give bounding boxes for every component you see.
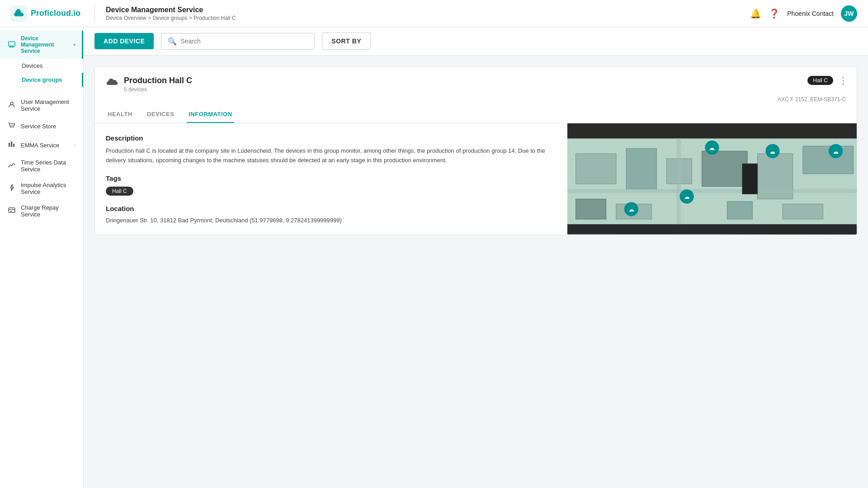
svg-text:☁: ☁ (709, 145, 715, 151)
sidebar-sub-devices[interactable]: Devices (0, 59, 83, 73)
location-text: Dringenauer Str. 10, 31812 Bad Pyrmont, … (106, 217, 557, 224)
sidebar-item-emma[interactable]: EMMA Service › (0, 136, 83, 155)
user-avatar[interactable]: JW (841, 5, 857, 22)
sidebar-label-user-management: User Management Service (21, 99, 76, 112)
card-top-right: Hall C ⋮ (807, 76, 848, 85)
svg-rect-22 (567, 189, 857, 193)
svg-text:☁: ☁ (833, 148, 839, 155)
sidebar-label-impulse: Impulse Analytics Service (21, 182, 76, 195)
card-map-section: ☁ ☁ ☁ ☁ ☁ (567, 123, 857, 235)
sidebar-main-section: Device Management Service ▾ Devices Devi… (0, 27, 83, 90)
main-content: ADD DEVICE 🔍 SORT BY Production Ha (84, 27, 868, 488)
svg-rect-21 (783, 204, 823, 219)
sidebar-label-time-series: Time Series Data Service (21, 159, 76, 173)
breadcrumb: Device Overview > Device groups > Produc… (106, 15, 750, 21)
card-title: Production Hall C (124, 76, 846, 85)
card-title-area: Production Hall C 5 devices (124, 76, 846, 93)
impulse-icon (7, 183, 16, 193)
emma-icon (7, 140, 16, 150)
svg-rect-7 (13, 144, 14, 147)
card-info-section: Description Production hall C is located… (95, 123, 567, 235)
svg-rect-17 (803, 146, 854, 174)
svg-rect-20 (727, 202, 752, 219)
sidebar-item-charge-repay[interactable]: Charge Repay Service (0, 200, 83, 222)
sidebar-item-time-series[interactable]: Time Series Data Service (0, 155, 83, 177)
card-cloud-icon (106, 77, 118, 89)
user-management-icon (7, 100, 16, 110)
time-series-icon (7, 161, 16, 171)
help-button[interactable]: ❓ (769, 8, 780, 19)
sidebar-label-charge-repay: Charge Repay Service (21, 204, 76, 218)
map-svg: ☁ ☁ ☁ ☁ ☁ (567, 123, 857, 235)
service-store-icon (7, 121, 16, 131)
sidebar-label-service-store: Service Store (21, 123, 76, 130)
svg-rect-13 (626, 149, 656, 189)
tab-devices[interactable]: DEVICES (145, 106, 176, 123)
card-tag-badge: Hall C (807, 76, 833, 85)
svg-rect-6 (11, 141, 12, 147)
card-body: Description Production hall C is located… (95, 123, 857, 235)
service-title-area: Device Management Service Device Overvie… (94, 6, 750, 21)
description-text: Production hall C is located at the comp… (106, 146, 557, 165)
sidebar-sub-device-groups[interactable]: Device groups (0, 73, 83, 87)
add-device-button[interactable]: ADD DEVICE (94, 33, 154, 49)
tag-item: Hall C (106, 187, 133, 196)
tab-information[interactable]: INFORMATION (187, 106, 234, 123)
svg-text:☁: ☁ (628, 206, 634, 213)
card-header: Production Hall C 5 devices Hall C ⋮ (95, 67, 857, 96)
svg-rect-24 (742, 164, 757, 194)
location-label: Location (106, 205, 557, 212)
charge-repay-icon (7, 206, 16, 216)
description-label: Description (106, 134, 557, 142)
top-navigation: Proficloud.io Device Management Service … (0, 0, 868, 27)
device-group-card: Production Hall C 5 devices Hall C ⋮ AXC… (94, 66, 857, 235)
svg-rect-23 (677, 138, 681, 224)
svg-point-2 (10, 102, 13, 105)
search-input[interactable] (180, 38, 308, 45)
tab-health[interactable]: HEALTH (106, 106, 134, 123)
tags-section: Tags Hall C (106, 174, 557, 196)
top-nav-right: 🔔 ❓ Phoenix Contact JW (750, 5, 857, 22)
sidebar-item-impulse[interactable]: Impulse Analytics Service (0, 177, 83, 200)
sort-button[interactable]: SORT BY (322, 33, 371, 50)
sidebar-nav-section: User Management Service Service Store (0, 90, 83, 226)
sidebar-item-device-management[interactable]: Device Management Service ▾ (0, 31, 83, 59)
sidebar-label-emma: EMMA Service (21, 142, 70, 149)
logo-text: Proficloud.io (31, 9, 80, 18)
chevron-icon: ▾ (73, 42, 76, 48)
user-name: Phoenix Contact (787, 10, 834, 17)
sidebar-item-user-management[interactable]: User Management Service (0, 94, 83, 117)
svg-rect-12 (576, 154, 616, 184)
sidebar: Device Management Service ▾ Devices Devi… (0, 27, 84, 488)
svg-rect-18 (576, 199, 606, 219)
map-visual: ☁ ☁ ☁ ☁ ☁ (567, 123, 857, 235)
svg-rect-15 (702, 151, 747, 186)
logo-icon (11, 5, 27, 22)
svg-text:☁: ☁ (769, 148, 775, 155)
card-tabs: HEALTH DEVICES INFORMATION (95, 106, 857, 123)
device-management-icon (7, 40, 16, 50)
service-title: Device Management Service (106, 6, 750, 14)
svg-rect-9 (10, 211, 12, 212)
svg-point-3 (10, 127, 11, 127)
notification-button[interactable]: 🔔 (750, 8, 761, 19)
more-options-button[interactable]: ⋮ (839, 76, 848, 85)
svg-text:☁: ☁ (684, 193, 690, 200)
search-box: 🔍 (161, 33, 315, 50)
sidebar-item-label: Device Management Service (21, 35, 69, 54)
page-layout: Device Management Service ▾ Devices Devi… (0, 27, 868, 488)
logo[interactable]: Proficloud.io (11, 5, 94, 22)
emma-chevron-icon: › (74, 142, 76, 148)
location-section: Location Dringenauer Str. 10, 31812 Bad … (106, 205, 557, 224)
sidebar-item-service-store[interactable]: Service Store (0, 117, 83, 136)
svg-rect-8 (9, 208, 15, 212)
card-subtitle: 5 devices (124, 86, 846, 93)
toolbar: ADD DEVICE 🔍 SORT BY (84, 27, 868, 56)
search-icon: 🔍 (168, 37, 177, 46)
tags-label: Tags (106, 174, 557, 182)
svg-rect-1 (9, 42, 15, 46)
svg-point-4 (13, 127, 14, 127)
card-secondary-info: AXC F 2152, EEM-SB371-C (95, 96, 857, 106)
svg-rect-5 (9, 143, 10, 147)
content-area: Production Hall C 5 devices Hall C ⋮ AXC… (84, 56, 868, 488)
